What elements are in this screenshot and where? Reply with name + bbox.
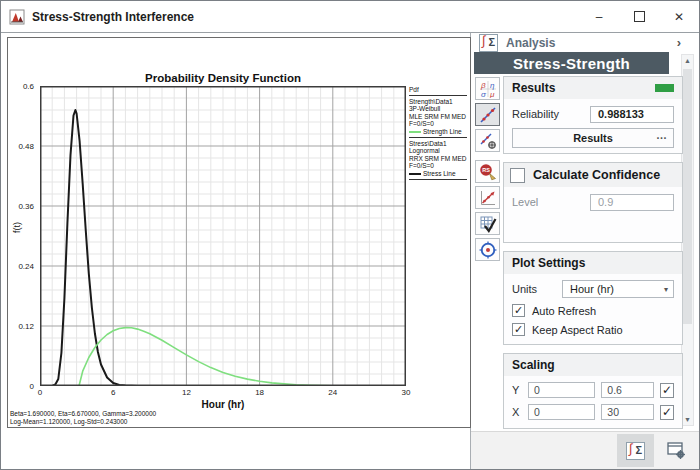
probability-plot-icon [479, 106, 497, 124]
window-title: Stress-Strength Interference [32, 10, 194, 24]
chevron-down-icon: ▾ [664, 285, 668, 294]
y-auto-checkbox[interactable]: ✓ [660, 383, 674, 398]
y-max-field[interactable]: 0.6 [601, 382, 654, 398]
distribution-parameters-button[interactable]: β η σ μ [475, 77, 500, 100]
minimize-button[interactable]: – [579, 1, 619, 32]
plot-settings-section: Plot Settings Units Hour (hr) ▾ ✓ Auto R… [503, 251, 683, 345]
greek-parameters-icon: β η σ μ [479, 80, 497, 98]
x-tick-label: 6 [111, 388, 115, 397]
app-icon [9, 9, 25, 25]
x-axis-label: Hour (hr) [40, 399, 406, 410]
panel-footer: Σ∫ [471, 431, 699, 469]
y-min-field[interactable]: 0 [528, 382, 595, 398]
units-label: Units [512, 283, 562, 295]
target-icon [479, 241, 497, 259]
x-axis-ticks: 0612182430 [40, 388, 406, 398]
close-button[interactable]: ✕ [659, 1, 699, 32]
grid-check-icon [479, 215, 497, 233]
plot-setup-button[interactable] [475, 129, 500, 152]
y-tick-label: 0.6 [23, 82, 34, 91]
tool-column: β η σ μ [473, 77, 502, 261]
reliability-field[interactable]: 0.988133 [590, 106, 674, 123]
calculate-confidence-checkbox[interactable] [510, 168, 525, 183]
scatter-arrow-icon [479, 189, 497, 207]
y-axis-row-label: Y [512, 384, 522, 396]
collapse-chevron-icon[interactable]: › [677, 35, 681, 50]
chart-title: Probability Density Function [40, 72, 406, 84]
legend-method: MLE SRM FM MED [409, 113, 467, 121]
auto-refresh-label: Auto Refresh [532, 305, 596, 317]
keep-aspect-ratio-label: Keep Aspect Ratio [532, 324, 623, 336]
x-tick-label: 24 [328, 388, 337, 397]
window-gear-icon [666, 441, 686, 460]
legend-method: RRX SRM FM MED [409, 155, 467, 163]
scaling-section: Scaling Y 0 0.6 ✓ X 0 30 ✓ [503, 353, 683, 429]
stress-line-sample [409, 173, 421, 175]
units-dropdown[interactable]: Hour (hr) ▾ [562, 280, 674, 298]
plot-area: Probability Density Function f(t) 0.60.4… [1, 33, 471, 469]
maximize-button[interactable] [619, 1, 659, 32]
analysis-icon: Σ∫ [479, 34, 498, 52]
y-tick-label: 0.24 [18, 262, 34, 271]
scroll-up-icon[interactable]: ▲ [682, 57, 693, 64]
panel-header: Σ∫ Analysis › [471, 33, 699, 52]
legend-distribution: 3P-Weibull [409, 105, 467, 113]
plot-legend: Pdf Strength\Data1 3P-Weibull MLE SRM FM… [409, 86, 467, 182]
plot-paper: Probability Density Function f(t) 0.60.4… [7, 37, 471, 428]
rs-draw-button[interactable]: RS [475, 160, 500, 183]
analysis-tab-button[interactable]: Σ∫ [617, 434, 654, 467]
scroll-down-icon[interactable]: ▼ [682, 416, 693, 423]
results-section: Results Reliability 0.988133 Results … [503, 76, 683, 154]
svg-text:μ: μ [489, 89, 495, 98]
y-tick-label: 0.12 [18, 322, 34, 331]
legend-series-label: Strength Line [423, 128, 462, 135]
settings-tab-button[interactable] [657, 434, 694, 467]
y-tick-label: 0.36 [18, 202, 34, 211]
title-bar: Stress-Strength Interference – ✕ [1, 1, 699, 33]
legend-title: Pdf [409, 86, 467, 96]
plot-type-button[interactable] [475, 186, 500, 209]
x-auto-checkbox[interactable]: ✓ [660, 405, 674, 420]
legend-counts: F=0/S=0 [409, 120, 467, 128]
x-axis-row-label: X [512, 406, 522, 418]
x-scaling-row: X 0 30 ✓ [512, 401, 674, 423]
chart-svg [40, 86, 406, 386]
legend-counts: F=0/S=0 [409, 162, 467, 170]
stress-strength-banner: Stress-Strength [474, 52, 669, 74]
legend-group-strength: Strength\Data1 3P-Weibull MLE SRM FM MED… [409, 98, 467, 138]
lognormal-parameters: Log-Mean=1.120000, Log-Std=0.243000 [10, 418, 156, 426]
plot-gear-icon [479, 132, 497, 150]
level-field[interactable]: 0.9 [590, 194, 674, 211]
x-tick-label: 12 [182, 388, 191, 397]
analysis-icon: Σ∫ [626, 442, 645, 460]
auto-refresh-checkbox[interactable]: ✓ [512, 304, 525, 317]
level-label: Level [512, 196, 590, 208]
legend-source: Stress\Data1 [409, 140, 467, 148]
x-min-field[interactable]: 0 [528, 404, 595, 420]
reliability-label: Reliability [512, 108, 590, 120]
target-reliability-button[interactable] [475, 238, 500, 261]
legend-sample-row: Strength Line [409, 128, 467, 136]
distribution-parameters-footnote: Beta=1.690000, Eta=6.670000, Gamma=3.200… [10, 410, 156, 426]
x-tick-label: 18 [255, 388, 264, 397]
legend-sample-row: Stress Line [409, 170, 467, 178]
svg-text:RS: RS [482, 167, 490, 173]
scrollbar-thumb[interactable] [683, 69, 692, 324]
probability-plot-button[interactable] [475, 103, 500, 126]
y-tick-label: 0 [30, 382, 34, 391]
maximize-icon [634, 11, 645, 22]
y-scaling-row: Y 0 0.6 ✓ [512, 379, 674, 401]
y-tick-label: 0.48 [18, 142, 34, 151]
results-button[interactable]: Results … [512, 128, 674, 148]
status-swatch [655, 84, 674, 92]
chart-canvas [40, 86, 406, 386]
scaling-header: Scaling [504, 354, 682, 376]
panel-content: Results Reliability 0.988133 Results … [503, 76, 683, 437]
legend-series-label: Stress Line [423, 170, 456, 177]
legend-source: Strength\Data1 [409, 98, 467, 106]
plot-settings-header: Plot Settings [504, 252, 682, 274]
keep-aspect-ratio-checkbox[interactable]: ✓ [512, 323, 525, 336]
data-grid-button[interactable] [475, 212, 500, 235]
x-max-field[interactable]: 30 [601, 404, 654, 420]
x-tick-label: 0 [38, 388, 42, 397]
